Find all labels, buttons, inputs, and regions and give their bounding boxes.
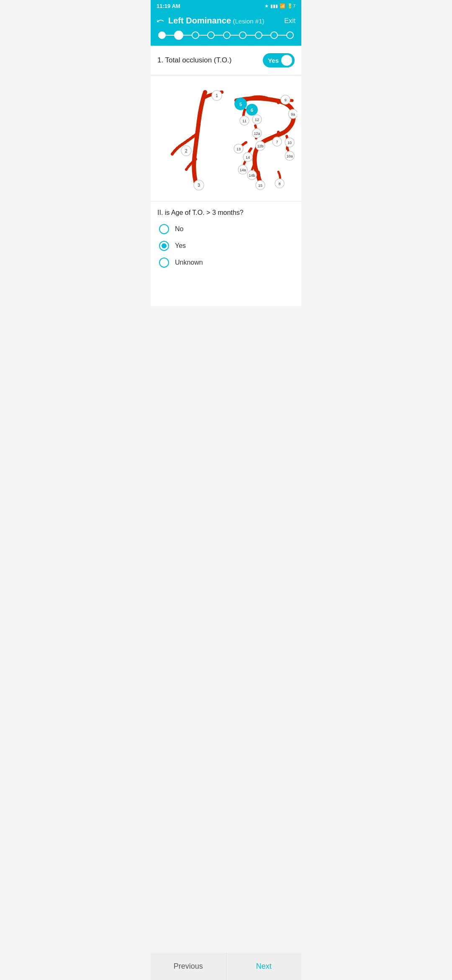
progress-line-4 xyxy=(231,35,239,36)
progress-line-0 xyxy=(166,35,174,36)
svg-text:12b: 12b xyxy=(257,144,263,148)
progress-dot-3 xyxy=(207,31,215,39)
header-subtitle: (Lesion #1) xyxy=(233,18,264,25)
svg-text:14: 14 xyxy=(246,155,250,160)
total-occlusion-label: 1. Total occlusion (T.O.) xyxy=(157,56,231,64)
svg-text:8: 8 xyxy=(278,182,280,186)
age-question-label: II. is Age of T.O. > 3 months? xyxy=(157,209,295,217)
radio-no-label: No xyxy=(175,225,183,233)
progress-dot-7 xyxy=(270,31,278,39)
progress-line-3 xyxy=(215,35,223,36)
svg-text:10: 10 xyxy=(288,141,292,145)
toggle-circle xyxy=(281,55,292,66)
header-title-group: ⤺ Left Dominance (Lesion #1) xyxy=(157,16,265,26)
progress-dot-1 xyxy=(174,31,183,40)
svg-text:13: 13 xyxy=(236,147,241,151)
toggle-label: Yes xyxy=(268,57,279,64)
radio-no[interactable]: No xyxy=(159,224,295,234)
radio-yes-outer xyxy=(159,241,169,251)
svg-text:12: 12 xyxy=(255,118,259,122)
svg-text:2: 2 xyxy=(185,149,187,153)
progress-dot-4 xyxy=(223,31,231,39)
radio-yes[interactable]: Yes xyxy=(159,241,295,251)
toggle-yes[interactable]: Yes xyxy=(263,53,295,67)
svg-text:15: 15 xyxy=(258,183,262,188)
section-total-occlusion: 1. Total occlusion (T.O.) Yes xyxy=(151,46,301,75)
status-time: 11:19 AM xyxy=(157,3,180,9)
section-age-question: II. is Age of T.O. > 3 months? No Yes Un… xyxy=(151,201,301,273)
radio-unknown[interactable]: Unknown xyxy=(159,258,295,268)
svg-text:6: 6 xyxy=(251,108,253,113)
svg-text:7: 7 xyxy=(276,140,278,144)
radio-no-outer xyxy=(159,224,169,234)
header: ⤺ Left Dominance (Lesion #1) Exit xyxy=(151,12,301,46)
svg-text:14b: 14b xyxy=(249,173,255,178)
progress-line-5 xyxy=(247,35,255,36)
chevron-icon: ⤺ xyxy=(157,16,164,26)
battery-icon: 🔋7 xyxy=(287,3,295,9)
progress-dot-5 xyxy=(239,31,247,39)
progress-dot-0 xyxy=(158,31,166,39)
progress-line-2 xyxy=(199,35,208,36)
svg-text:9a: 9a xyxy=(291,112,295,116)
svg-text:5: 5 xyxy=(239,102,242,107)
diagram-svg: 1 2 3 xyxy=(155,80,297,197)
svg-text:11: 11 xyxy=(242,119,247,123)
progress-line-1 xyxy=(183,35,192,36)
signal-icon: ▮▮▮ xyxy=(270,3,278,9)
svg-text:10a: 10a xyxy=(286,154,293,158)
radio-yes-inner xyxy=(162,243,167,248)
progress-line-7 xyxy=(278,35,286,36)
radio-unknown-label: Unknown xyxy=(175,259,203,266)
progress-bar xyxy=(157,31,295,40)
progress-dot-8 xyxy=(286,31,294,39)
status-bar: 11:19 AM ★ ▮▮▮ 📶 🔋7 xyxy=(151,0,301,12)
svg-text:12a: 12a xyxy=(254,132,260,136)
page-title: Left Dominance (Lesion #1) xyxy=(168,16,265,26)
progress-dot-6 xyxy=(255,31,262,39)
svg-text:14a: 14a xyxy=(239,168,246,172)
svg-text:9: 9 xyxy=(284,98,286,102)
radio-unknown-outer xyxy=(159,258,169,268)
radio-yes-label: Yes xyxy=(175,242,186,250)
wifi-icon: 📶 xyxy=(280,3,285,9)
coronary-diagram: 1 2 3 xyxy=(151,75,301,201)
progress-line-6 xyxy=(262,35,271,36)
svg-text:1: 1 xyxy=(216,93,218,98)
header-row: ⤺ Left Dominance (Lesion #1) Exit xyxy=(157,16,295,26)
progress-dot-2 xyxy=(192,31,199,39)
status-icons: ★ ▮▮▮ 📶 🔋7 xyxy=(265,3,295,9)
header-title: Left Dominance xyxy=(168,16,231,25)
radio-group: No Yes Unknown xyxy=(157,224,295,268)
svg-text:3: 3 xyxy=(198,183,200,188)
main-content: 1. Total occlusion (T.O.) Yes 1 2 3 xyxy=(151,46,301,306)
exit-button[interactable]: Exit xyxy=(284,17,295,25)
bluetooth-icon: ★ xyxy=(265,3,269,9)
